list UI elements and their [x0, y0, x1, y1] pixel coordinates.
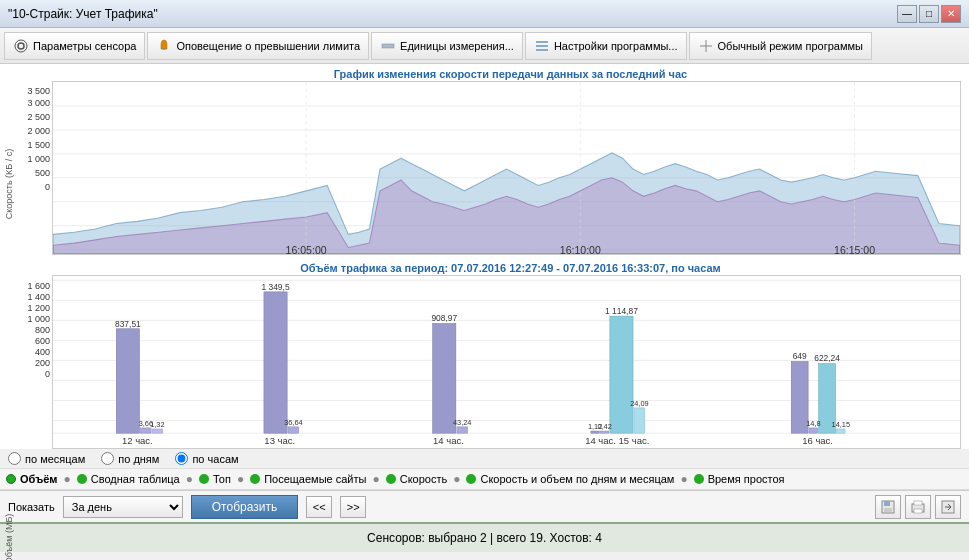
bottom-chart-svg: 837,51 3,66 1,32 12 час. 1 349,5 36,64 1… — [53, 276, 960, 448]
svg-text:14,15: 14,15 — [832, 420, 850, 429]
tab-speed-volume-circle — [466, 474, 476, 484]
svg-rect-67 — [884, 501, 890, 506]
export-button[interactable] — [935, 495, 961, 519]
svg-rect-38 — [264, 292, 287, 433]
top-chart-y-axis: Скорость (КБ / с) 3 500 3 000 2 500 2 00… — [0, 64, 52, 259]
svg-text:1 114,87: 1 114,87 — [605, 306, 638, 316]
action-icons — [875, 495, 961, 519]
svg-rect-68 — [884, 508, 892, 512]
program-settings-button[interactable]: Настройки программы... — [525, 32, 687, 60]
bottom-chart-y-axis: Объём (МБ) 1 600 1 400 1 200 1 000 800 6… — [0, 259, 52, 449]
mode-icon — [698, 38, 714, 54]
period-day-radio[interactable] — [101, 452, 114, 465]
settings-icon — [534, 38, 550, 54]
tab-top-circle — [199, 474, 209, 484]
svg-text:16 час.: 16 час. — [802, 435, 833, 446]
svg-rect-48 — [591, 431, 599, 433]
bottom-y-title: Объём (МБ) — [4, 514, 14, 560]
maximize-button[interactable]: □ — [919, 5, 939, 23]
print-button[interactable] — [905, 495, 931, 519]
y-label: 0 — [45, 182, 50, 192]
svg-rect-39 — [288, 427, 299, 433]
display-button[interactable]: Отобразить — [191, 495, 298, 519]
svg-rect-4 — [536, 41, 548, 43]
close-button[interactable]: ✕ — [941, 5, 961, 23]
svg-text:12 час.: 12 час. — [122, 435, 153, 446]
bell-icon — [156, 38, 172, 54]
svg-rect-6 — [536, 49, 548, 51]
svg-rect-44 — [457, 427, 468, 433]
status-bar: Сенсоров: выбрано 2 | всего 19. Хостов: … — [0, 522, 969, 552]
svg-point-0 — [18, 43, 24, 49]
svg-point-1 — [15, 40, 27, 52]
y-label: 500 — [35, 168, 50, 178]
period-hour-option[interactable]: по часам — [175, 452, 238, 465]
next-button[interactable]: >> — [340, 496, 366, 518]
save-button[interactable] — [875, 495, 901, 519]
svg-rect-5 — [536, 45, 548, 47]
tab-volume-circle — [6, 474, 16, 484]
prev-button[interactable]: << — [306, 496, 332, 518]
gear-icon — [13, 38, 29, 54]
tab-idle[interactable]: Время простоя — [694, 473, 785, 485]
bottom-bar: Показать За день За неделю За месяц Отоб… — [0, 490, 969, 522]
normal-mode-button[interactable]: Обычный режим программы — [689, 32, 872, 60]
period-hour-radio[interactable] — [175, 452, 188, 465]
svg-rect-51 — [634, 408, 645, 433]
print-icon — [911, 500, 925, 514]
tab-speed-volume[interactable]: Скорость и объем по дням и месяцам — [466, 473, 674, 485]
title-bar: "10-Страйк: Учет Трафика" — □ ✕ — [0, 0, 969, 28]
period-month-radio[interactable] — [8, 452, 21, 465]
tab-speed-circle — [386, 474, 396, 484]
status-text: Сенсоров: выбрано 2 | всего 19. Хостов: … — [367, 531, 602, 545]
y-label: 2 500 — [27, 112, 50, 122]
y-label: 3 500 — [27, 86, 50, 96]
svg-text:837,51: 837,51 — [115, 319, 141, 329]
alert-button[interactable]: Оповещение о превышении лимита — [147, 32, 369, 60]
tab-sites[interactable]: Посещаемые сайты — [250, 473, 366, 485]
svg-rect-71 — [914, 509, 922, 513]
export-icon — [941, 500, 955, 514]
svg-text:43,24: 43,24 — [453, 418, 471, 427]
svg-text:1 349,5: 1 349,5 — [261, 282, 289, 292]
svg-text:13 час.: 13 час. — [264, 435, 295, 446]
svg-text:1,32: 1,32 — [150, 420, 164, 429]
svg-rect-60 — [837, 429, 845, 433]
window-controls: — □ ✕ — [897, 5, 961, 23]
tab-summary[interactable]: Сводная таблица — [77, 473, 180, 485]
bottom-chart-title: Объём трафика за период: 07.07.2016 12:2… — [300, 262, 720, 274]
period-select[interactable]: За день За неделю За месяц — [63, 496, 183, 518]
units-button[interactable]: Единицы измерения... — [371, 32, 523, 60]
svg-text:649: 649 — [793, 351, 807, 361]
svg-text:908,97: 908,97 — [431, 313, 457, 323]
svg-text:14 час.: 14 час. — [433, 435, 464, 446]
svg-text:36,64: 36,64 — [284, 418, 302, 427]
ruler-icon — [380, 38, 396, 54]
svg-text:24,09: 24,09 — [630, 399, 648, 408]
y-label: 1 500 — [27, 140, 50, 150]
top-y-title: Скорость (КБ / с) — [4, 149, 14, 220]
svg-rect-58 — [809, 428, 817, 433]
svg-rect-33 — [152, 429, 163, 433]
tab-speed[interactable]: Скорость — [386, 473, 448, 485]
window-title: "10-Страйк: Учет Трафика" — [8, 7, 158, 21]
svg-text:14,8: 14,8 — [806, 419, 820, 428]
tab-summary-circle — [77, 474, 87, 484]
svg-text:14 час. 15 час.: 14 час. 15 час. — [585, 435, 649, 446]
period-month-option[interactable]: по месяцам — [8, 452, 85, 465]
tab-top[interactable]: Топ — [199, 473, 231, 485]
period-day-option[interactable]: по дням — [101, 452, 159, 465]
tab-sites-circle — [250, 474, 260, 484]
y-label: 3 000 — [27, 98, 50, 108]
svg-text:0,42: 0,42 — [597, 422, 611, 431]
y-label: 1 000 — [27, 154, 50, 164]
svg-text:622,24: 622,24 — [814, 353, 840, 363]
svg-rect-50 — [610, 316, 633, 433]
svg-rect-49 — [600, 431, 608, 433]
minimize-button[interactable]: — — [897, 5, 917, 23]
svg-rect-3 — [382, 44, 394, 48]
y-label: 2 000 — [27, 126, 50, 136]
sensor-params-button[interactable]: Параметры сенсора — [4, 32, 145, 60]
svg-rect-31 — [116, 329, 139, 433]
tab-volume[interactable]: Объём — [6, 473, 57, 485]
